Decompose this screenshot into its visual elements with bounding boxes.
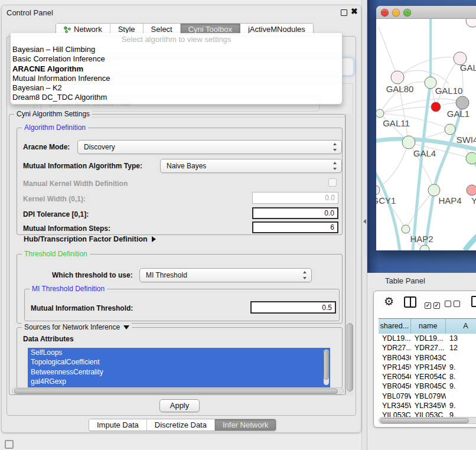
- sources-group-title[interactable]: Sources for Network Inference: [22, 323, 132, 331]
- kernel-width-field[interactable]: [252, 192, 338, 204]
- algorithm-option-bayesian-hill-climbing[interactable]: Bayesian – Hill Climbing: [11, 45, 342, 54]
- settings-vscrollbar[interactable]: [345, 114, 354, 395]
- node-label-swi4: SWI4: [457, 135, 476, 145]
- table-row[interactable]: YBR045CYBR045C9.: [379, 381, 476, 391]
- attribute-item-betweennesscentrality[interactable]: BetweennessCentrality: [28, 367, 330, 377]
- panel-splitter[interactable]: [361, 0, 367, 450]
- combo-stepper-icon: [302, 271, 308, 279]
- bottom-tab-impute-data[interactable]: Impute Data: [89, 419, 147, 431]
- dock-panel-button[interactable]: [5, 440, 14, 449]
- network-node-hap2[interactable]: [402, 225, 410, 233]
- network-canvas[interactable]: GAL80GAL10GAL11GAL1GAL4SWI4GAL7GCY1HAP4Y…: [376, 19, 476, 250]
- which-threshold-label: Which threshold to use:: [52, 271, 133, 279]
- export-table-icon[interactable]: [471, 296, 476, 307]
- attribute-item-gal4rgexp[interactable]: gal4RGexp: [28, 377, 330, 386]
- network-node-gal11[interactable]: [376, 109, 384, 118]
- network-node-hap4[interactable]: [428, 184, 440, 196]
- mi-threshold-field[interactable]: [250, 301, 336, 314]
- table-row[interactable]: YER054CYER054C8.: [379, 372, 476, 381]
- network-node-gal4[interactable]: [402, 136, 415, 149]
- table-column-name[interactable]: name: [411, 319, 446, 334]
- mi-steps-label: Mutual Information Steps:: [23, 224, 110, 233]
- mi-steps-field[interactable]: [252, 221, 338, 233]
- node-label-gcy1: GCY1: [376, 195, 396, 206]
- settings-hscrollbar[interactable]: [12, 387, 344, 394]
- mi-threshold-label: Mutual Information Threshold:: [31, 304, 133, 312]
- table-window: ⚙ ✓✓ shared...nameA YDL19...YDL19...13YD…: [373, 291, 476, 428]
- float-window-button[interactable]: [341, 9, 347, 16]
- cyni-algorithm-settings-group: Cyni Algorithm Settings Algorithm Defini…: [9, 114, 345, 395]
- table-row[interactable]: YLR345WYLR345W9.: [379, 401, 476, 410]
- table-row[interactable]: YPR145WYPR145W9.: [379, 363, 476, 372]
- network-node-y[interactable]: [467, 185, 476, 195]
- table-column-shared[interactable]: shared...: [379, 319, 411, 334]
- network-node-swi4[interactable]: [466, 152, 476, 164]
- algorithm-option-basic-correlation-inference[interactable]: Basic Correlation Inference: [11, 54, 342, 64]
- dpi-tolerance-field[interactable]: [252, 207, 338, 219]
- select-all-checkboxes-icon[interactable]: ✓✓: [425, 299, 442, 309]
- network-node-gal80[interactable]: [391, 71, 404, 84]
- splitter-collapse-icon[interactable]: [363, 219, 366, 224]
- table-row[interactable]: YBR043CYBR043C: [379, 353, 476, 363]
- manual-kernel-checkbox[interactable]: [328, 178, 337, 187]
- network-node-gal1[interactable]: [445, 124, 455, 135]
- combo-stepper-icon: [332, 143, 338, 151]
- minimize-traffic-light-icon[interactable]: [392, 9, 400, 17]
- columns-icon[interactable]: [404, 296, 416, 308]
- apply-button[interactable]: Apply: [159, 399, 200, 412]
- collapsed-arrow-icon: [152, 236, 156, 242]
- table-row[interactable]: YIL053CYIL053C9.: [379, 410, 476, 417]
- node-label-gal10: GAL10: [435, 86, 463, 96]
- settings-vscrollbar-thumb[interactable]: [347, 323, 353, 392]
- screen: GAL80GAL10GAL11GAL1GAL4SWI4GAL7GCY1HAP4Y…: [0, 0, 476, 450]
- network-window-titlebar[interactable]: [376, 6, 476, 19]
- network-node[interactable]: [431, 102, 441, 112]
- mi-type-label: Mutual Information Algorithm Type:: [23, 162, 142, 170]
- attribute-item-topologicalcoefficient[interactable]: TopologicalCoefficient: [28, 357, 330, 367]
- mi-threshold-group-title: MI Threshold Definition: [30, 285, 107, 293]
- kernel-width-label: Kernel Width (0,1):: [23, 195, 86, 203]
- table-row[interactable]: YDR27...YDR27...12: [379, 343, 476, 353]
- mi-threshold-group: MI Threshold Definition Mutual Informati…: [24, 289, 340, 321]
- bottom-tab-infer-network[interactable]: Infer Network: [215, 419, 276, 431]
- attribute-item-selfloops[interactable]: SelfLoops: [28, 348, 330, 357]
- zoom-traffic-light-icon[interactable]: [403, 9, 411, 17]
- node-label-gal1: GAL1: [447, 109, 470, 119]
- algorithm-definition-group: Algorithm Definition Aracne Mode: Discov…: [17, 128, 343, 235]
- table-header-row: shared...nameA: [379, 318, 476, 334]
- attributes-list-scrollbar-thumb[interactable]: [324, 350, 329, 380]
- deselect-all-checkboxes-icon[interactable]: [445, 299, 462, 309]
- aracne-mode-combobox[interactable]: Discovery: [77, 140, 342, 154]
- settings-hscrollbar-thumb[interactable]: [14, 389, 338, 394]
- node-label-gal4: GAL4: [413, 148, 436, 158]
- which-threshold-value: MI Threshold: [146, 271, 187, 279]
- mi-type-combobox[interactable]: Naive Bayes: [160, 159, 342, 173]
- table-row[interactable]: YBL079WYBL079W: [379, 392, 476, 401]
- algorithm-option-mutual-information-inference[interactable]: Mutual Information Inference: [11, 74, 342, 83]
- algorithm-dropdown-popup: Select algorithm to view settings Bayesi…: [10, 33, 343, 105]
- algorithm-option-bayesian-k2[interactable]: Bayesian – K2: [11, 83, 342, 93]
- close-traffic-light-icon[interactable]: [381, 9, 389, 17]
- dropdown-placeholder: Select algorithm to view settings: [11, 34, 342, 45]
- control-panel-title: Control Panel: [6, 8, 53, 17]
- data-attributes-label: Data Attributes: [23, 335, 74, 343]
- network-nodes[interactable]: GAL80GAL10GAL11GAL1GAL4SWI4GAL7GCY1HAP4Y…: [376, 19, 476, 250]
- algorithm-option-dream8-dc-tdc-algorithm[interactable]: Dream8 DC_TDC Algorithm: [11, 93, 342, 102]
- gear-icon[interactable]: ⚙: [384, 295, 394, 308]
- bottom-tab-discretize-data[interactable]: Discretize Data: [147, 419, 215, 431]
- network-node[interactable]: [456, 96, 469, 109]
- network-node[interactable]: [466, 19, 476, 27]
- attributes-list-scrollbar[interactable]: [324, 350, 329, 385]
- algorithm-option-aracne-algorithm[interactable]: ARACNE Algorithm: [11, 64, 342, 74]
- hub-definition-toggle[interactable]: Hub/Transcription Factor Definition: [24, 235, 156, 243]
- table-row[interactable]: YDL19...YDL19...13: [379, 334, 476, 343]
- table-column-a[interactable]: A: [446, 319, 476, 334]
- settings-group-title: Cyni Algorithm Settings: [14, 110, 92, 118]
- close-panel-button[interactable]: ✖: [351, 6, 358, 16]
- control-panel: Control Panel ✖ NetworkStyleSelectCyni T…: [1, 5, 361, 433]
- table-hscrollbar[interactable]: [379, 417, 476, 424]
- table-hscrollbar-thumb[interactable]: [380, 418, 469, 423]
- which-threshold-combobox[interactable]: MI Threshold: [139, 268, 312, 282]
- expanded-arrow-icon: [123, 325, 129, 330]
- algorithm-definition-title: Algorithm Definition: [22, 123, 88, 132]
